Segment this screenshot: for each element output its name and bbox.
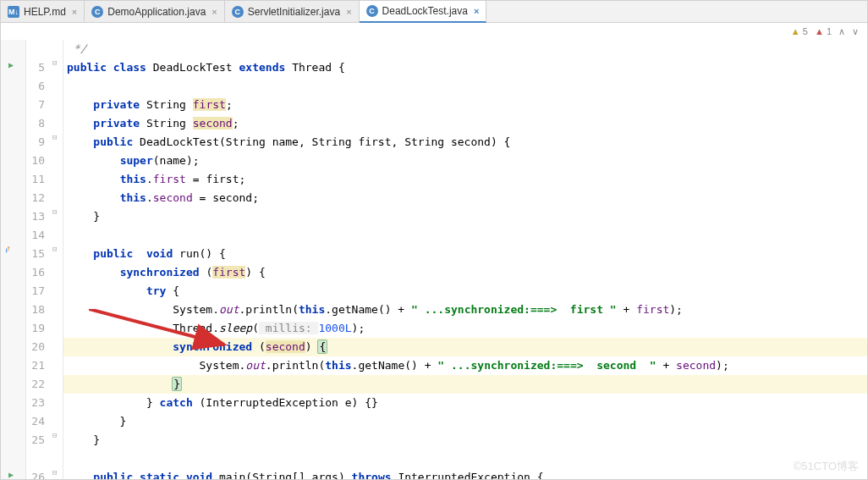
line-number: 6 [26, 77, 45, 96]
close-icon[interactable]: × [474, 6, 479, 16]
java-class-icon: C [232, 6, 244, 18]
tab-label: ServletInitializer.java [248, 6, 340, 18]
line-number: 16 [26, 263, 45, 282]
tab-deadlocktest[interactable]: C DeadLockTest.java × [360, 1, 487, 23]
close-icon[interactable]: × [346, 7, 351, 17]
fold-gutter: ⊟ ⊟ ⊟ ⊟ ⊟ ⊟ [50, 40, 63, 479]
error-indicator[interactable]: ▲ 1 [815, 26, 832, 36]
line-numbers: 5 6 7 8 9 10 11 12 13 14 15 16 17 18 19 … [26, 40, 50, 479]
line-number: 26 [26, 468, 45, 479]
close-icon[interactable]: × [212, 7, 217, 17]
line-number: 9 [26, 133, 45, 152]
gutter-annotations: ▶ ⬇↑ ▶ [1, 40, 26, 479]
line-number [26, 40, 45, 58]
tab-help-md[interactable]: M↓ HELP.md × [1, 1, 85, 22]
watermark: ©51CTO博客 [794, 459, 859, 474]
fold-icon[interactable]: ⊟ [52, 245, 57, 253]
field-first: first [193, 98, 226, 111]
java-class-icon: C [366, 5, 378, 17]
line-number: 8 [26, 114, 45, 133]
line-number: 14 [26, 226, 45, 245]
line-number: 17 [26, 282, 45, 301]
line-number: 25 [26, 431, 45, 450]
java-class-icon: C [91, 6, 103, 18]
tab-demoapplication[interactable]: C DemoApplication.java × [85, 1, 225, 22]
line-number: 5 [26, 58, 45, 77]
warning-indicator[interactable]: ▲ 5 [791, 26, 808, 36]
line-number: 24 [26, 412, 45, 431]
line-number: 22 [26, 375, 45, 394]
line-number: 13 [26, 207, 45, 226]
editor-tab-bar: M↓ HELP.md × C DemoApplication.java × C … [1, 1, 867, 23]
run-gutter-icon[interactable]: ▶ [8, 470, 14, 479]
fold-icon[interactable]: ⊟ [52, 133, 57, 141]
line-number: 11 [26, 170, 45, 189]
line-number: 20 [26, 338, 45, 356]
matched-brace: { [317, 339, 327, 354]
field-second: second [193, 117, 233, 130]
code-area[interactable]: */ public class DeadLockTest extends Thr… [63, 40, 867, 479]
line-number: 23 [26, 394, 45, 412]
code-editor[interactable]: ▶ ⬇↑ ▶ 5 6 7 8 9 10 11 12 13 14 15 16 17… [1, 40, 867, 479]
run-gutter-icon[interactable]: ▶ [8, 60, 14, 69]
matched-brace: } [172, 377, 182, 391]
fold-icon[interactable]: ⊟ [52, 58, 57, 67]
line-number: 10 [26, 152, 45, 170]
tab-label: DeadLockTest.java [382, 5, 468, 17]
line-number: 21 [26, 356, 45, 375]
nav-up-icon[interactable]: ∧ [838, 26, 845, 37]
tab-label: DemoApplication.java [107, 6, 206, 18]
fold-icon[interactable]: ⊟ [52, 431, 57, 439]
tab-servletinitializer[interactable]: C ServletInitializer.java × [225, 1, 360, 22]
ide-window: M↓ HELP.md × C DemoApplication.java × C … [0, 0, 868, 480]
line-number: 18 [26, 301, 45, 319]
line-number [26, 450, 45, 468]
editor-info-bar: ▲ 5 ▲ 1 ∧ ∨ [1, 23, 867, 40]
markdown-icon: M↓ [8, 6, 19, 18]
nav-down-icon[interactable]: ∨ [852, 26, 859, 37]
tab-label: HELP.md [24, 6, 66, 18]
line-number: 7 [26, 96, 45, 114]
fold-icon[interactable]: ⊟ [52, 468, 57, 477]
fold-icon[interactable]: ⊟ [52, 207, 57, 216]
close-icon[interactable]: × [72, 7, 77, 17]
line-number: 12 [26, 189, 45, 207]
line-number: 19 [26, 319, 45, 338]
line-number: 15 [26, 245, 45, 263]
override-gutter-icon[interactable]: ⬇↑ [4, 246, 14, 255]
